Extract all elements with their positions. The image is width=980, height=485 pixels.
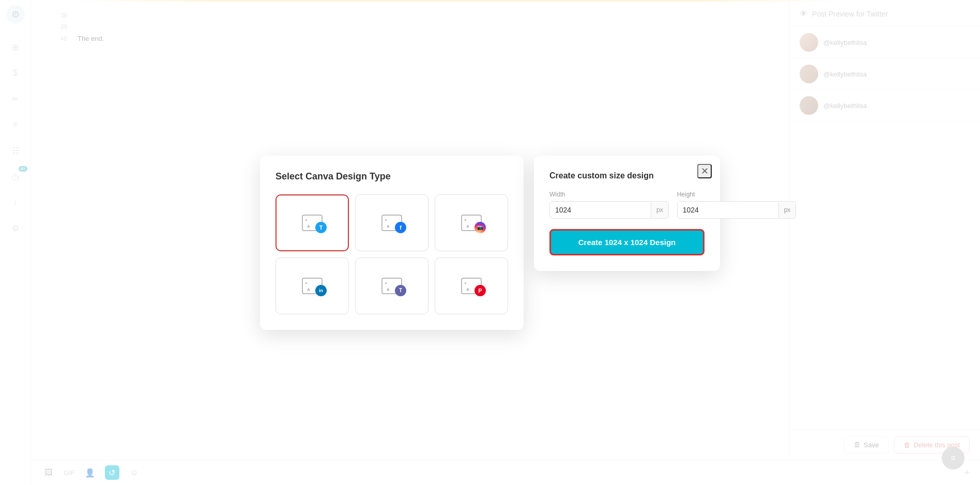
height-label: Height bbox=[677, 191, 797, 198]
canva-card-linkedin[interactable]: in bbox=[275, 257, 349, 314]
height-input-row: px bbox=[677, 201, 797, 219]
height-input[interactable] bbox=[678, 202, 778, 218]
custom-panel-title: Create custom size design bbox=[549, 171, 705, 180]
canva-card-icon-twitter: T bbox=[302, 215, 323, 231]
width-input-row: px bbox=[549, 201, 669, 219]
canva-card-instagram[interactable]: 📷 bbox=[435, 194, 508, 251]
width-field: Width px bbox=[549, 191, 669, 219]
modal-overlay: Select Canva Design Type T f bbox=[0, 0, 980, 485]
create-design-button[interactable]: Create 1024 x 1024 Design bbox=[549, 229, 705, 255]
linkedin-badge: in bbox=[315, 285, 327, 296]
canva-card-pinterest[interactable]: P bbox=[435, 257, 508, 314]
canva-card-facebook[interactable]: f bbox=[355, 194, 428, 251]
height-field: Height px bbox=[677, 191, 797, 219]
size-inputs: Width px Height px bbox=[549, 191, 705, 219]
twitter-badge: T bbox=[315, 222, 327, 233]
width-unit: px bbox=[651, 202, 668, 218]
height-unit: px bbox=[778, 202, 796, 218]
canva-card-icon-instagram: 📷 bbox=[461, 215, 482, 231]
canva-panel: Select Canva Design Type T f bbox=[260, 156, 524, 330]
canva-card-icon-teams: T bbox=[381, 278, 402, 294]
facebook-badge: f bbox=[395, 222, 406, 233]
canva-card-teams[interactable]: T bbox=[355, 257, 428, 314]
canva-grid: T f 📷 bbox=[275, 194, 508, 314]
canva-card-twitter[interactable]: T bbox=[275, 194, 349, 251]
pinterest-badge: P bbox=[474, 285, 486, 296]
canva-card-icon-facebook: f bbox=[381, 215, 402, 231]
instagram-badge: 📷 bbox=[474, 222, 486, 233]
close-button[interactable]: ✕ bbox=[697, 164, 712, 178]
canva-card-icon-pinterest: P bbox=[461, 278, 482, 294]
canva-card-icon-linkedin: in bbox=[302, 278, 323, 294]
width-input[interactable] bbox=[550, 202, 651, 218]
custom-panel: ✕ Create custom size design Width px Hei… bbox=[534, 156, 720, 271]
canva-panel-title: Select Canva Design Type bbox=[275, 171, 508, 182]
teams-badge: T bbox=[395, 285, 406, 296]
width-label: Width bbox=[549, 191, 669, 198]
modal-container: Select Canva Design Type T f bbox=[260, 156, 720, 330]
